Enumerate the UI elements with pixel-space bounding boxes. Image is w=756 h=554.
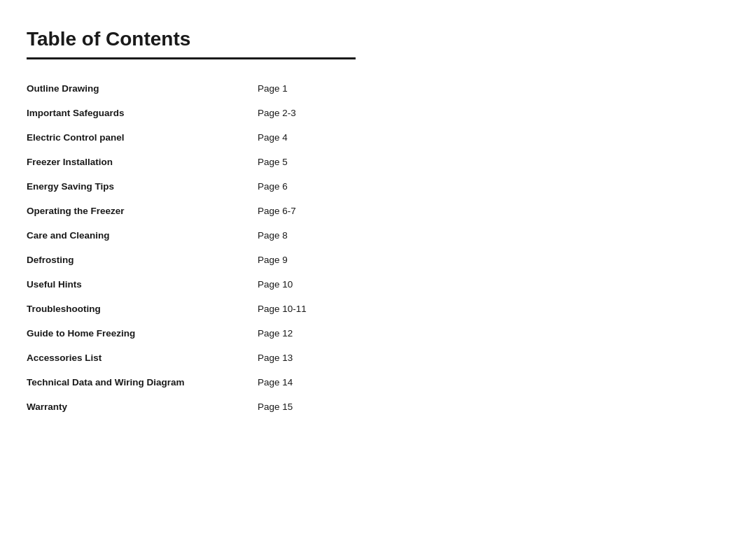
title-divider [27, 57, 356, 59]
toc-row: Electric Control panelPage 4 [27, 125, 384, 150]
toc-item-label: Troubleshooting [27, 297, 251, 321]
toc-row: Guide to Home FreezingPage 12 [27, 321, 384, 346]
toc-item-label: Electric Control panel [27, 125, 251, 150]
toc-item-page: Page 1 [251, 76, 384, 101]
toc-row: Energy Saving TipsPage 6 [27, 174, 384, 199]
toc-row: Operating the FreezerPage 6-7 [27, 199, 384, 223]
toc-item-label: Operating the Freezer [27, 199, 251, 223]
toc-item-page: Page 8 [251, 223, 384, 248]
toc-item-label: Outline Drawing [27, 76, 251, 101]
toc-item-label: Energy Saving Tips [27, 174, 251, 199]
toc-row: Accessories ListPage 13 [27, 346, 384, 370]
page-title: Table of Contents [27, 28, 729, 50]
toc-item-page: Page 5 [251, 150, 384, 174]
toc-item-label: Technical Data and Wiring Diagram [27, 370, 251, 395]
toc-row: Technical Data and Wiring DiagramPage 14 [27, 370, 384, 395]
toc-item-page: Page 6 [251, 174, 384, 199]
toc-item-label: Guide to Home Freezing [27, 321, 251, 346]
toc-item-page: Page 12 [251, 321, 384, 346]
toc-item-page: Page 2-3 [251, 101, 384, 125]
toc-row: Freezer InstallationPage 5 [27, 150, 384, 174]
toc-row: DefrostingPage 9 [27, 248, 384, 272]
toc-item-page: Page 15 [251, 395, 384, 419]
toc-table: Outline DrawingPage 1Important Safeguard… [27, 76, 384, 419]
toc-item-page: Page 10 [251, 272, 384, 297]
toc-item-label: Care and Cleaning [27, 223, 251, 248]
toc-item-label: Freezer Installation [27, 150, 251, 174]
toc-row: Important SafeguardsPage 2-3 [27, 101, 384, 125]
toc-item-page: Page 13 [251, 346, 384, 370]
toc-item-label: Accessories List [27, 346, 251, 370]
toc-item-label: Important Safeguards [27, 101, 251, 125]
toc-row: WarrantyPage 15 [27, 395, 384, 419]
toc-row: Outline DrawingPage 1 [27, 76, 384, 101]
toc-item-label: Defrosting [27, 248, 251, 272]
toc-item-label: Useful Hints [27, 272, 251, 297]
toc-item-page: Page 14 [251, 370, 384, 395]
toc-item-page: Page 6-7 [251, 199, 384, 223]
toc-row: TroubleshootingPage 10-11 [27, 297, 384, 321]
toc-row: Useful HintsPage 10 [27, 272, 384, 297]
toc-item-page: Page 10-11 [251, 297, 384, 321]
toc-item-page: Page 9 [251, 248, 384, 272]
toc-item-page: Page 4 [251, 125, 384, 150]
toc-row: Care and CleaningPage 8 [27, 223, 384, 248]
toc-item-label: Warranty [27, 395, 251, 419]
